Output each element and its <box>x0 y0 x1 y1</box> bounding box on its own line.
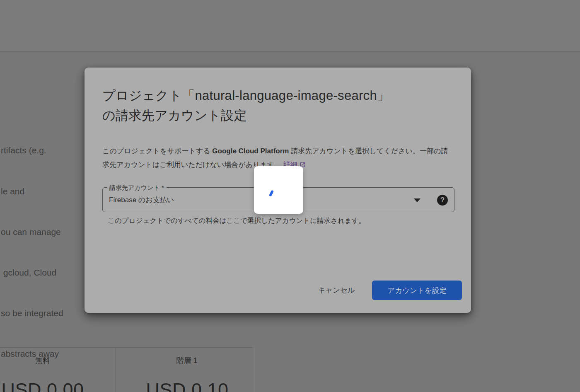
page-text-line: ou can manage <box>1 225 63 239</box>
page-header-band <box>0 0 580 51</box>
page-header-divider <box>0 51 580 52</box>
pricing-table-divider <box>116 347 116 392</box>
dialog-title-line2: の請求先アカウント設定 <box>102 106 459 126</box>
page-text-line: le and <box>1 185 63 198</box>
description-text: このプロジェクトをサポートする <box>102 147 212 155</box>
page-text-line: rtifacts (e.g. <box>1 144 63 157</box>
billing-account-select-value: Firebase のお支払い <box>103 195 174 205</box>
page-text-line: gcloud, Cloud <box>1 266 63 280</box>
field-helper-text: このプロジェクトでのすべての料金はここで選択したアカウントに請求されます。 <box>108 216 365 225</box>
description-bold-text: Google Cloud Platform <box>212 147 289 155</box>
pricing-table-top-border <box>0 347 253 348</box>
screen: rtifacts (e.g. le and ou can manage gclo… <box>0 0 580 392</box>
pricing-tier-header-tier1: 階層 1 <box>145 356 228 365</box>
page-text-line: so be integrated <box>1 307 63 320</box>
loading-spinner-icon <box>269 190 274 196</box>
dialog-title-line1: プロジェクト「natural-language-image-search」 <box>102 86 459 106</box>
pricing-tier-header-free: 無料 <box>1 356 84 365</box>
set-account-button[interactable]: アカウントを設定 <box>372 281 462 300</box>
pricing-table-divider <box>253 347 253 392</box>
dialog-title: プロジェクト「natural-language-image-search」 の請… <box>102 86 459 126</box>
chevron-down-icon[interactable] <box>414 198 420 202</box>
loading-overlay-card <box>254 166 303 214</box>
billing-account-select-label: 請求先アカウント * <box>107 184 167 192</box>
page-left-text-block: rtifacts (e.g. le and ou can manage gclo… <box>1 117 63 392</box>
help-icon[interactable]: ? <box>437 195 448 206</box>
pricing-value-free: USD 0.00 <box>0 380 105 392</box>
pricing-value-tier1: USD 0.10 <box>125 380 249 392</box>
cancel-button[interactable]: キャンセル <box>307 282 366 298</box>
